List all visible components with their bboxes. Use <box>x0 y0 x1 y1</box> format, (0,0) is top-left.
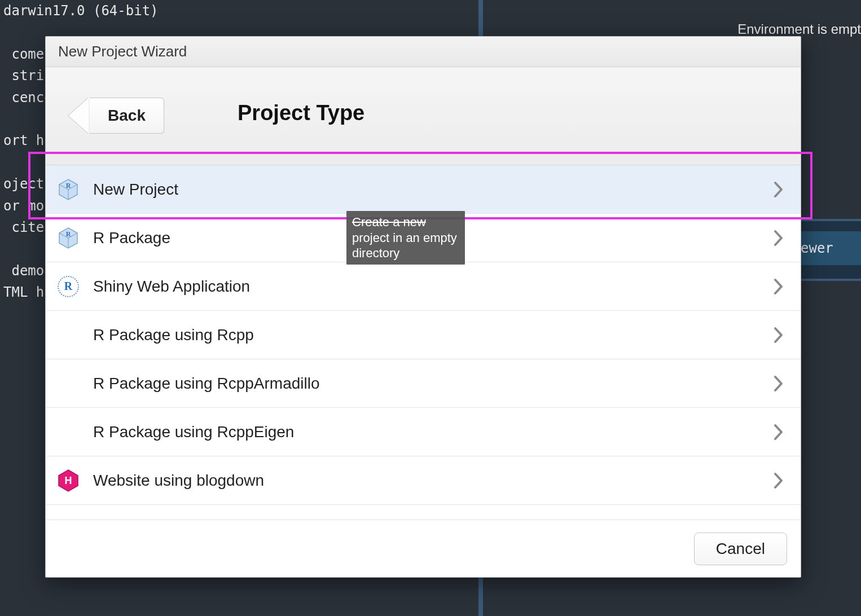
project-type-label: Shiny Web Application <box>93 278 250 296</box>
project-type-heading: Project Type <box>238 101 364 125</box>
hexagon-h-icon: H <box>55 467 82 494</box>
project-type-label: Website using blogdown <box>93 472 264 490</box>
blank-icon <box>55 370 82 397</box>
back-button[interactable]: Back <box>68 98 164 134</box>
chevron-right-icon <box>772 472 785 489</box>
back-button-label: Back <box>90 98 164 134</box>
chevron-right-icon <box>772 424 785 441</box>
r-cube-icon: R <box>55 225 82 252</box>
new-project-wizard-dialog: New Project Wizard Back Project Type R N… <box>45 36 801 578</box>
r-circle-icon: R <box>55 273 82 300</box>
environment-empty-text: Environment is empt <box>737 21 861 37</box>
dialog-footer: Cancel <box>46 520 801 577</box>
tooltip-line-rest: project in an empty directory <box>352 230 459 261</box>
r-cube-icon: R <box>55 176 82 203</box>
back-chevron-icon <box>68 98 90 134</box>
chevron-right-icon <box>772 327 785 344</box>
svg-text:H: H <box>65 475 72 486</box>
svg-text:R: R <box>66 230 71 238</box>
project-type-r-package-using-rcppeigen[interactable]: R Package using RcppEigen <box>46 408 801 456</box>
tab-viewer[interactable]: ewer <box>793 231 861 265</box>
chevron-right-icon <box>772 375 785 392</box>
project-type-label: R Package using RcppEigen <box>93 423 294 441</box>
project-type-new-project[interactable]: R New Project <box>46 165 801 214</box>
chevron-right-icon <box>772 278 785 295</box>
tooltip-line-1: Create a new <box>352 214 459 230</box>
project-type-website-using-blogdown[interactable]: H Website using blogdown <box>46 456 801 505</box>
blank-icon <box>55 419 82 446</box>
blank-icon <box>55 322 82 349</box>
dialog-header: Back Project Type <box>46 67 801 165</box>
project-type-label: R Package <box>93 229 170 247</box>
project-type-label: R Package using Rcpp <box>93 326 254 344</box>
project-type-label: New Project <box>93 181 178 199</box>
chevron-right-icon <box>772 181 785 198</box>
project-type-shiny-web-application[interactable]: R Shiny Web Application <box>46 262 801 311</box>
cancel-button[interactable]: Cancel <box>694 533 787 565</box>
dialog-title: New Project Wizard <box>46 37 801 67</box>
project-type-tooltip: Create a new project in an empty directo… <box>346 211 465 265</box>
project-type-r-package-using-rcpparmadillo[interactable]: R Package using RcppArmadillo <box>46 359 801 408</box>
project-type-r-package-using-rcpp[interactable]: R Package using Rcpp <box>46 311 801 359</box>
svg-text:R: R <box>66 182 71 190</box>
chevron-right-icon <box>772 230 785 247</box>
project-type-label: R Package using RcppArmadillo <box>93 375 320 393</box>
